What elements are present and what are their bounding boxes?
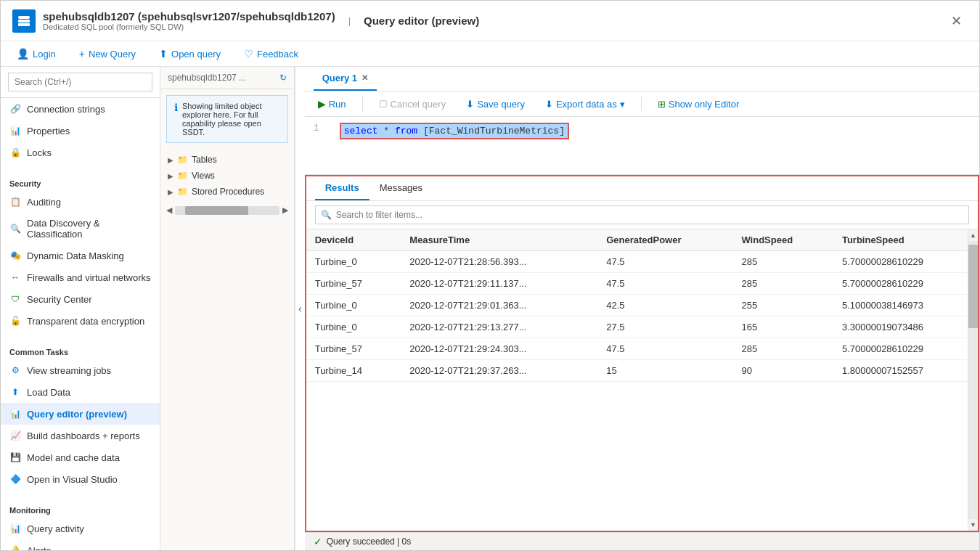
security-center-label: Security Center: [27, 294, 92, 305]
export-data-label: Export data as: [556, 99, 617, 110]
cell-r5-c3: 90: [732, 360, 833, 382]
sidebar-item-dynamic-masking[interactable]: 🎭 Dynamic Data Masking: [1, 245, 160, 266]
cancel-query-label: Cancel query: [391, 99, 446, 110]
run-button[interactable]: ▶ Run: [314, 96, 351, 112]
connection-strings-label: Connection strings: [27, 104, 105, 115]
sidebar-item-alerts[interactable]: 🔔 Alerts: [1, 539, 160, 550]
toolbar-separator-1: [362, 97, 363, 111]
col-header-measuretime: MeasureTime: [401, 229, 597, 251]
results-search-wrapper: 🔍: [315, 205, 969, 224]
oe-refresh-icon[interactable]: ↻: [279, 73, 287, 83]
streaming-icon: ⚙: [9, 364, 21, 376]
oe-left-arrow-icon[interactable]: ◀: [166, 205, 172, 215]
table-row: Turbine_02020-12-07T21:29:13.277...27.51…: [306, 317, 978, 338]
results-tab-results[interactable]: Results: [315, 176, 369, 200]
show-only-editor-label: Show only Editor: [669, 99, 740, 110]
sidebar-item-build-dashboards[interactable]: 📈 Build dashboards + reports: [1, 425, 160, 446]
export-data-button[interactable]: ⬇ Export data as ▾: [541, 97, 629, 112]
properties-label: Properties: [27, 126, 70, 136]
locks-label: Locks: [27, 147, 52, 158]
title-bar-left: spehubsqldb1207 (spehubsqlsvr1207/spehub…: [12, 9, 479, 33]
sidebar-item-transparent-encryption[interactable]: 🔓 Transparent data encryption: [1, 310, 160, 332]
sidebar-item-model-cache[interactable]: 💾 Model and cache data: [1, 446, 160, 468]
title-bar-text: spehubsqldb1207 (spehubsqlsvr1207/spehub…: [43, 10, 335, 31]
cell-r1-c2: 47.5: [597, 273, 732, 295]
cell-r0-c0: Turbine_0: [306, 251, 401, 273]
results-tab-messages[interactable]: Messages: [369, 176, 433, 200]
open-query-label: Open query: [171, 49, 221, 60]
feedback-button[interactable]: ♡ Feedback: [240, 46, 303, 62]
sidebar-search-wrapper: [1, 67, 160, 98]
cell-r4-c2: 47.5: [597, 338, 732, 360]
connection-icon: 🔗: [9, 103, 21, 115]
scroll-up-button[interactable]: ▲: [968, 229, 978, 241]
code-line-1: 1 select * from [Fact_WindTurbineMetrics…: [314, 123, 971, 139]
scroll-down-button[interactable]: ▼: [968, 519, 978, 531]
query-tab-1[interactable]: Query 1 ✕: [314, 67, 377, 91]
upload-icon: ⬆: [159, 48, 168, 60]
sidebar-item-streaming-jobs[interactable]: ⚙ View streaming jobs: [1, 359, 160, 381]
export-chevron-icon: ▾: [620, 99, 625, 110]
oe-tree-tables[interactable]: ▶ 📁 Tables: [166, 152, 288, 168]
scroll-track: [968, 241, 978, 519]
auditing-icon: 📋: [9, 196, 21, 208]
dashboards-icon: 📈: [9, 430, 21, 441]
open-visual-studio-label: Open in Visual Studio: [27, 474, 118, 485]
new-query-button[interactable]: + New Query: [75, 46, 140, 62]
user-icon: 👤: [17, 48, 29, 60]
show-only-editor-button[interactable]: ⊞ Show only Editor: [653, 97, 744, 112]
col-header-turbinespeed: TurbineSpeed: [833, 229, 978, 251]
sidebar-item-connection-strings[interactable]: 🔗 Connection strings: [1, 98, 160, 120]
oe-tree-views[interactable]: ▶ 📁 Views: [166, 168, 288, 184]
build-dashboards-label: Build dashboards + reports: [27, 430, 140, 441]
sidebar-item-security-center[interactable]: 🛡 Security Center: [1, 288, 160, 310]
cancel-icon: ☐: [379, 99, 388, 110]
cell-r5-c1: 2020-12-07T21:29:37.263...: [401, 360, 597, 382]
table-row: Turbine_142020-12-07T21:29:37.263...1590…: [306, 360, 978, 382]
monitoring-section-header: Monitoring: [1, 499, 160, 518]
oe-tree-stored-procedures[interactable]: ▶ 📁 Stored Procedures: [166, 184, 288, 200]
common-tasks-section-header: Common Tasks: [1, 340, 160, 359]
sidebar-item-data-discovery[interactable]: 🔍 Data Discovery & Classification: [1, 213, 160, 245]
cell-r4-c0: Turbine_57: [306, 338, 401, 360]
sidebar-item-load-data[interactable]: ⬆ Load Data: [1, 381, 160, 403]
sidebar-item-query-activity[interactable]: 📊 Query activity: [1, 518, 160, 539]
oe-info-box: ℹ Showing limited object explorer here. …: [166, 95, 288, 143]
cell-r1-c0: Turbine_57: [306, 273, 401, 295]
code-editor[interactable]: 1 select * from [Fact_WindTurbineMetrics…: [305, 117, 979, 175]
chevron-sp-icon: ▶: [168, 188, 173, 196]
cell-r4-c3: 285: [732, 338, 833, 360]
tab-close-icon[interactable]: ✕: [362, 73, 368, 83]
panel-collapse-arrow[interactable]: ‹: [295, 67, 305, 550]
close-button[interactable]: ✕: [945, 10, 968, 32]
svg-rect-2: [18, 23, 30, 26]
tables-label: Tables: [192, 155, 217, 165]
cell-r2-c4: 5.10000038146973: [833, 295, 978, 317]
sidebar-item-properties[interactable]: 📊 Properties: [1, 120, 160, 142]
login-button[interactable]: 👤 Login: [12, 46, 60, 62]
cell-r5-c4: 1.80000007152557: [833, 360, 978, 382]
oe-content: ℹ Showing limited object explorer here. …: [160, 89, 294, 550]
stored-procedures-label: Stored Procedures: [192, 187, 264, 197]
query-toolbar: ▶ Run ☐ Cancel query ⬇ Save query ⬇ Expo…: [305, 91, 979, 117]
views-label: Views: [192, 171, 215, 181]
cell-r3-c4: 3.30000019073486: [833, 317, 978, 338]
cell-r0-c4: 5.70000028610229: [833, 251, 978, 273]
sidebar-item-open-visual-studio[interactable]: 🔷 Open in Visual Studio: [1, 468, 160, 490]
results-search-input[interactable]: [315, 205, 969, 224]
sidebar-item-firewalls[interactable]: ↔ Firewalls and virtual networks: [1, 266, 160, 288]
auditing-label: Auditing: [27, 197, 61, 208]
save-query-button[interactable]: ⬇ Save query: [462, 97, 529, 112]
oe-db-name: spehubsqldb1207 ...: [168, 73, 246, 83]
page-title: Query editor (preview): [364, 15, 479, 27]
model-cache-icon: 💾: [9, 452, 21, 463]
star-operator: *: [383, 126, 395, 136]
oe-right-arrow-icon[interactable]: ▶: [282, 205, 288, 215]
sidebar-item-query-editor[interactable]: 📊 Query editor (preview): [1, 403, 160, 425]
cancel-query-button[interactable]: ☐ Cancel query: [375, 97, 451, 112]
query-area: Query 1 ✕ ▶ Run ☐ Cancel query ⬇ Save qu…: [305, 67, 979, 550]
sidebar-search-input[interactable]: [8, 73, 152, 91]
sidebar-item-auditing[interactable]: 📋 Auditing: [1, 191, 160, 213]
sidebar-item-locks[interactable]: 🔒 Locks: [1, 142, 160, 163]
open-query-button[interactable]: ⬆ Open query: [155, 46, 225, 62]
